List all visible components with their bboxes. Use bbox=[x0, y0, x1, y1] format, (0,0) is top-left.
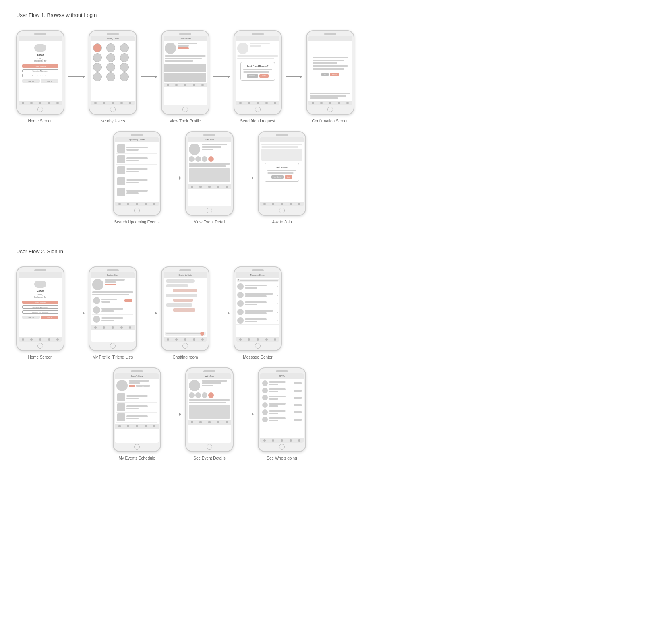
ed2-map bbox=[189, 405, 230, 419]
confirmation-screen: OK DONE bbox=[306, 30, 354, 123]
friend-1[interactable] bbox=[92, 296, 133, 305]
user-4[interactable] bbox=[93, 53, 102, 62]
ed2-host-pic bbox=[189, 380, 200, 391]
user-6[interactable] bbox=[120, 53, 129, 62]
nav-bar bbox=[115, 424, 159, 429]
event-5[interactable] bbox=[116, 187, 157, 197]
connect-facebook-btn-2[interactable]: Connect with facebook bbox=[22, 310, 58, 314]
ce2 bbox=[310, 95, 346, 97]
event-info-1 bbox=[126, 147, 157, 151]
hiking-buddies-btn-2[interactable]: Hiking Buddies bbox=[22, 301, 58, 304]
el6 bbox=[126, 171, 139, 172]
rsvp-4[interactable] bbox=[261, 401, 303, 409]
signup-btn[interactable]: Sign up bbox=[22, 79, 40, 83]
msg-item-2[interactable]: › bbox=[236, 291, 279, 299]
user-9[interactable] bbox=[120, 63, 129, 72]
signin-btn-2[interactable]: Sign in bbox=[41, 316, 58, 319]
join-btn[interactable]: Join bbox=[285, 175, 292, 179]
home-button[interactable] bbox=[279, 208, 285, 213]
f1-btn[interactable] bbox=[124, 299, 132, 302]
user-2[interactable] bbox=[106, 43, 115, 52]
friend-2[interactable] bbox=[92, 305, 133, 315]
nav-1 bbox=[118, 203, 121, 205]
home-button[interactable] bbox=[207, 208, 212, 213]
bio-lines bbox=[165, 55, 206, 62]
hiking-buddies-btn[interactable]: Hiking Buddies bbox=[22, 64, 58, 68]
upcoming-adventures-btn-2[interactable]: Upcoming Adventures bbox=[22, 305, 58, 309]
my-info bbox=[105, 279, 133, 290]
label-friend-req: Send friend request bbox=[240, 119, 275, 123]
rsvp-6[interactable] bbox=[261, 416, 303, 423]
user-11[interactable] bbox=[106, 72, 115, 81]
user-8[interactable] bbox=[106, 63, 115, 72]
label-home2: Home Screen bbox=[28, 355, 52, 359]
home-button[interactable] bbox=[207, 444, 212, 450]
confirm-lines bbox=[313, 57, 348, 70]
msg-item-1[interactable]: › bbox=[236, 283, 279, 291]
rsvp-1[interactable] bbox=[261, 380, 303, 387]
flow1-top-row: Salim Hello,I'm looking for Hiking Buddi… bbox=[16, 30, 636, 123]
send-btn[interactable] bbox=[200, 332, 204, 336]
jml2 bbox=[267, 172, 294, 174]
arrow-events-details bbox=[161, 414, 185, 414]
rsvp-5[interactable] bbox=[261, 409, 303, 416]
friend-3[interactable] bbox=[92, 315, 133, 324]
event-3[interactable] bbox=[116, 165, 157, 175]
home-screen-1: Salim Hello,I'm looking for Hiking Buddi… bbox=[16, 30, 64, 123]
home-button[interactable] bbox=[110, 343, 116, 349]
msg-item-4[interactable]: › bbox=[236, 308, 279, 316]
home-button[interactable] bbox=[182, 343, 188, 349]
cloud-icon bbox=[34, 44, 46, 52]
done-btn[interactable]: DONE bbox=[330, 73, 339, 76]
home-button[interactable] bbox=[255, 343, 261, 349]
home-button[interactable] bbox=[255, 107, 261, 112]
rsvp-3[interactable] bbox=[261, 394, 303, 401]
home-button[interactable] bbox=[110, 107, 116, 112]
home-content-2: Salim Hello,I'm looking for Hiking Buddi… bbox=[19, 278, 62, 337]
home-button[interactable] bbox=[134, 208, 140, 213]
user-3[interactable] bbox=[120, 43, 129, 52]
user-1[interactable] bbox=[93, 43, 102, 52]
upcoming-adventures-btn[interactable]: Upcoming Adventures bbox=[22, 69, 58, 72]
user-10[interactable] bbox=[93, 72, 102, 81]
chat-input[interactable] bbox=[165, 332, 206, 336]
send-btn[interactable]: SEND bbox=[259, 74, 269, 78]
my-event-1[interactable] bbox=[116, 392, 157, 402]
msg-item-5[interactable]: › bbox=[236, 316, 279, 325]
arrow-2-3 bbox=[137, 76, 161, 77]
connect-facebook-btn[interactable]: Connect with facebook bbox=[22, 74, 58, 77]
me-info-1 bbox=[126, 395, 157, 399]
home-button[interactable] bbox=[327, 107, 333, 112]
msg-item-3[interactable]: › bbox=[236, 299, 279, 308]
signup-btn-2[interactable]: Sign up bbox=[22, 316, 40, 319]
rsvp-info-6 bbox=[269, 417, 292, 421]
ok-btn[interactable]: OK bbox=[321, 73, 329, 76]
epi2 bbox=[129, 382, 140, 384]
event-1[interactable] bbox=[116, 144, 157, 154]
event-4[interactable] bbox=[116, 176, 157, 186]
event-2[interactable] bbox=[116, 155, 157, 165]
my-event-3[interactable] bbox=[116, 413, 157, 423]
home-button[interactable] bbox=[134, 444, 140, 450]
home-button[interactable] bbox=[37, 343, 43, 349]
rsvp-2[interactable] bbox=[261, 387, 303, 394]
events-profile-info bbox=[129, 380, 157, 391]
notgoing-btn[interactable]: Not Going bbox=[271, 175, 284, 179]
msg-avatar-2 bbox=[237, 292, 244, 298]
cancel-btn[interactable]: CANCEL bbox=[247, 74, 258, 78]
phone-notch bbox=[107, 33, 119, 35]
search-bar[interactable] bbox=[237, 279, 279, 282]
signin-btn[interactable]: Sign in bbox=[41, 79, 58, 83]
my-event-2[interactable] bbox=[116, 402, 157, 413]
whos-going-content bbox=[260, 379, 304, 438]
home-button[interactable] bbox=[37, 107, 43, 112]
user-5[interactable] bbox=[106, 53, 115, 62]
user-7[interactable] bbox=[93, 63, 102, 72]
home-button[interactable] bbox=[182, 107, 188, 112]
rsvp-info-3 bbox=[269, 396, 292, 400]
home-button[interactable] bbox=[279, 444, 285, 450]
nav-3 bbox=[136, 203, 138, 205]
photo-2 bbox=[178, 64, 192, 72]
user-12[interactable] bbox=[120, 72, 129, 81]
nav-3 bbox=[281, 439, 283, 442]
